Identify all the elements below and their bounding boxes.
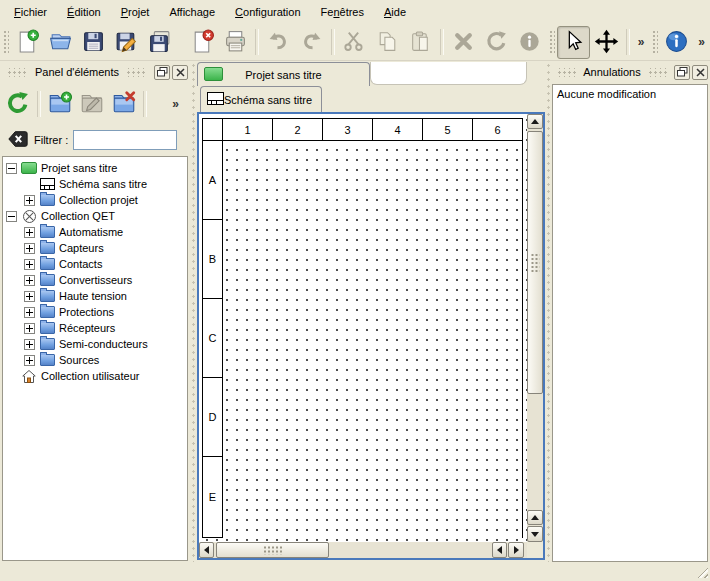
toolbar-overflow-button[interactable]: » bbox=[633, 35, 650, 49]
save-as-button[interactable] bbox=[110, 26, 143, 59]
menu-configuration[interactable]: Configuration bbox=[225, 2, 310, 22]
right-splitter[interactable] bbox=[545, 62, 551, 562]
pointer-icon bbox=[561, 29, 586, 56]
scroll-up-button[interactable] bbox=[527, 114, 543, 129]
float-button[interactable] bbox=[154, 65, 170, 80]
tree-item-automatisme[interactable]: Automatisme bbox=[3, 224, 187, 240]
expand-icon[interactable] bbox=[24, 307, 35, 318]
horizontal-scrollbar[interactable] bbox=[199, 542, 527, 558]
edit-category-button[interactable] bbox=[76, 88, 108, 120]
tree-item-projet-sans-titre[interactable]: Projet sans titre bbox=[3, 160, 187, 176]
open-button[interactable] bbox=[44, 26, 77, 59]
expand-icon[interactable] bbox=[24, 259, 35, 270]
scrollbar-corner bbox=[527, 542, 543, 558]
expand-icon[interactable] bbox=[24, 355, 35, 366]
menu-projet[interactable]: Projet bbox=[111, 2, 160, 22]
filter-input[interactable] bbox=[73, 130, 177, 150]
toolbar-grip[interactable] bbox=[548, 29, 555, 55]
undo-list-item[interactable]: Aucune modification bbox=[553, 85, 707, 103]
toolbar-overflow-button[interactable]: » bbox=[693, 35, 710, 49]
thumb-grip bbox=[263, 546, 283, 555]
column-header: 2 bbox=[272, 118, 323, 141]
cut-button[interactable] bbox=[338, 26, 371, 59]
cut-icon bbox=[342, 29, 367, 56]
vertical-scroll-thumb[interactable] bbox=[527, 131, 543, 394]
tree-item-contacts[interactable]: Contacts bbox=[3, 256, 187, 272]
new-category-button[interactable] bbox=[44, 88, 76, 120]
close-file-button[interactable] bbox=[186, 26, 219, 59]
menu-fichier[interactable]: Fichier bbox=[4, 2, 57, 22]
redo-button[interactable] bbox=[295, 26, 328, 59]
schema-tab[interactable]: Schéma sans titre bbox=[200, 86, 322, 112]
rotate-button[interactable] bbox=[480, 26, 513, 59]
scroll-up-button-2[interactable] bbox=[527, 510, 543, 525]
paste-button[interactable] bbox=[404, 26, 437, 59]
close-panel-button[interactable] bbox=[692, 65, 708, 80]
expand-icon[interactable] bbox=[24, 243, 35, 254]
copy-button[interactable] bbox=[371, 26, 404, 59]
tree-item-capteurs[interactable]: Capteurs bbox=[3, 240, 187, 256]
move-tool-button[interactable] bbox=[590, 26, 623, 59]
expand-icon[interactable] bbox=[24, 291, 35, 302]
elements-panel-titlebar[interactable]: Panel d'éléments bbox=[2, 62, 188, 82]
close-panel-button[interactable] bbox=[172, 65, 188, 80]
info-button[interactable] bbox=[513, 26, 546, 59]
tree-item-protections[interactable]: Protections bbox=[3, 304, 187, 320]
folder-icon bbox=[39, 289, 55, 303]
pointer-tool-button[interactable] bbox=[557, 26, 590, 59]
tree-item-convertisseurs[interactable]: Convertisseurs bbox=[3, 272, 187, 288]
tree-item-collection-projet[interactable]: Collection projet bbox=[3, 192, 187, 208]
tree-item-semi-conducteurs[interactable]: Semi-conducteurs bbox=[3, 336, 187, 352]
tree-item-haute-tension[interactable]: Haute tension bbox=[3, 288, 187, 304]
expand-icon[interactable] bbox=[24, 339, 35, 350]
clear-filter-icon[interactable] bbox=[7, 129, 29, 151]
menu-edition[interactable]: Édition bbox=[57, 2, 111, 22]
status-bar bbox=[0, 562, 710, 581]
toolbar-grip[interactable] bbox=[2, 29, 9, 55]
left-splitter[interactable] bbox=[190, 62, 196, 562]
tree-item-schema-sans-titre[interactable]: Schéma sans titre bbox=[3, 176, 187, 192]
scroll-left-button[interactable] bbox=[199, 542, 214, 558]
expand-icon[interactable] bbox=[24, 227, 35, 238]
tree-item-collection-qet[interactable]: Collection QET bbox=[3, 208, 187, 224]
filter-label: Filtrer : bbox=[34, 134, 68, 146]
delete-category-button[interactable] bbox=[108, 88, 140, 120]
float-button[interactable] bbox=[674, 65, 690, 80]
menu-affichage[interactable]: Affichage bbox=[159, 2, 225, 22]
panel-toolbar-overflow-button[interactable]: » bbox=[167, 97, 184, 111]
new-document-button[interactable] bbox=[11, 26, 44, 59]
tree-item-collection-utilisateur[interactable]: Collection utilisateur bbox=[3, 368, 187, 384]
about-button[interactable] bbox=[660, 26, 693, 59]
collapse-icon[interactable] bbox=[6, 163, 17, 174]
vertical-scrollbar[interactable] bbox=[527, 114, 543, 542]
save-button[interactable] bbox=[77, 26, 110, 59]
close-icon bbox=[176, 68, 185, 77]
scroll-down-button[interactable] bbox=[527, 526, 543, 542]
horizontal-scroll-thumb[interactable] bbox=[216, 542, 329, 558]
resize-grip[interactable] bbox=[695, 565, 708, 578]
project-tab-label: Projet sans titre bbox=[245, 69, 321, 81]
folder-icon bbox=[39, 241, 55, 255]
frame-border bbox=[222, 140, 523, 538]
tree-item-sources[interactable]: Sources bbox=[3, 352, 187, 368]
expand-icon[interactable] bbox=[24, 275, 35, 286]
delete-button[interactable] bbox=[447, 26, 480, 59]
toolbar-separator bbox=[37, 91, 41, 117]
expand-icon[interactable] bbox=[24, 195, 35, 206]
print-button[interactable] bbox=[219, 26, 252, 59]
scroll-left-button-2[interactable] bbox=[492, 542, 507, 558]
expand-icon[interactable] bbox=[24, 323, 35, 334]
menu-aide[interactable]: Aide bbox=[374, 2, 416, 22]
collapse-icon[interactable] bbox=[6, 211, 17, 222]
reload-collections-button[interactable] bbox=[2, 88, 34, 120]
tree-item-recepteurs[interactable]: Récepteurs bbox=[3, 320, 187, 336]
undo-panel-titlebar[interactable]: Annulations bbox=[552, 62, 708, 82]
toolbar-grip[interactable] bbox=[651, 29, 658, 55]
menu-fenetres[interactable]: Fenêtres bbox=[311, 2, 374, 22]
save-all-button[interactable] bbox=[143, 26, 176, 59]
diagram-canvas[interactable]: 1 2 3 4 5 6 A B C D E bbox=[199, 114, 527, 542]
project-tab[interactable]: Projet sans titre bbox=[197, 62, 370, 86]
dock-grip-dots bbox=[557, 68, 576, 77]
undo-button[interactable] bbox=[262, 26, 295, 59]
scroll-right-button[interactable] bbox=[508, 542, 524, 558]
